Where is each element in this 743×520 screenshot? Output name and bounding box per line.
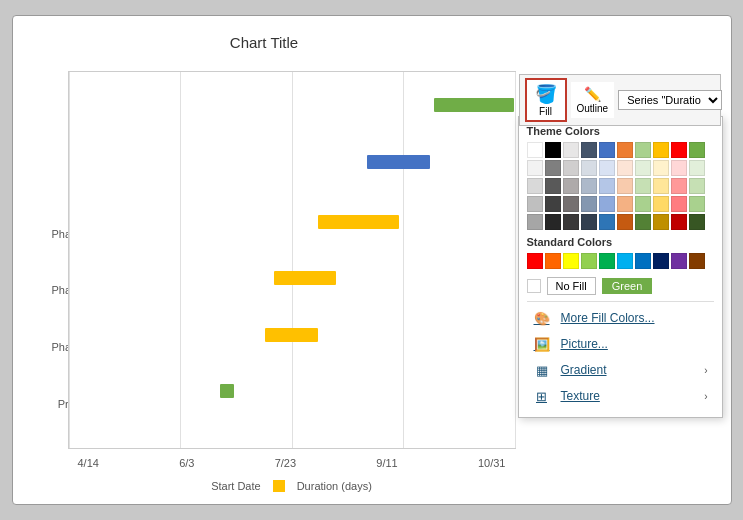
standard-color-cell[interactable]: [563, 253, 579, 269]
theme-color-cell[interactable]: [671, 178, 687, 194]
theme-color-cell[interactable]: [653, 196, 669, 212]
picture-icon: 🖼️: [531, 335, 553, 353]
theme-color-cell[interactable]: [527, 214, 543, 230]
standard-color-cell[interactable]: [689, 253, 705, 269]
standard-color-grid: [527, 253, 714, 269]
standard-color-cell[interactable]: [527, 253, 543, 269]
fill-button[interactable]: 🪣 Fill: [525, 78, 567, 122]
theme-color-cell[interactable]: [527, 142, 543, 158]
theme-color-cell[interactable]: [617, 142, 633, 158]
theme-color-cell[interactable]: [563, 142, 579, 158]
chart-title: Chart Title: [13, 34, 516, 51]
toolbar-row: 🪣 Fill ✏️ Outline Series "Duratio: [519, 74, 721, 126]
theme-color-cell[interactable]: [653, 160, 669, 176]
theme-color-cell[interactable]: [689, 196, 705, 212]
gantt-bar[interactable]: [220, 384, 233, 398]
theme-color-cell[interactable]: [581, 214, 597, 230]
standard-color-cell[interactable]: [635, 253, 651, 269]
series-select[interactable]: Series "Duratio: [618, 90, 722, 110]
theme-color-cell[interactable]: [689, 178, 705, 194]
theme-color-cell[interactable]: [617, 196, 633, 212]
theme-color-cell[interactable]: [653, 142, 669, 158]
standard-color-cell[interactable]: [671, 253, 687, 269]
theme-color-cell[interactable]: [527, 178, 543, 194]
green-badge-button[interactable]: Green: [602, 278, 653, 294]
legend-duration-box: [273, 480, 285, 492]
theme-color-cell[interactable]: [563, 214, 579, 230]
theme-color-cell[interactable]: [689, 214, 705, 230]
color-panel: Theme Colors Standard Colors No Fill Gre…: [518, 116, 723, 418]
theme-color-cell[interactable]: [599, 214, 615, 230]
theme-color-cell[interactable]: [671, 160, 687, 176]
x-label: 7/23: [275, 457, 296, 469]
theme-color-cell[interactable]: [671, 214, 687, 230]
theme-color-cell[interactable]: [599, 196, 615, 212]
theme-color-cell[interactable]: [635, 142, 651, 158]
theme-color-cell[interactable]: [563, 196, 579, 212]
gantt-bar[interactable]: [274, 271, 336, 285]
standard-color-cell[interactable]: [545, 253, 561, 269]
green-badge-label: Green: [612, 280, 643, 292]
gantt-bar[interactable]: [434, 98, 514, 112]
no-fill-checkbox[interactable]: [527, 279, 541, 293]
theme-color-cell[interactable]: [689, 160, 705, 176]
standard-color-cell[interactable]: [599, 253, 615, 269]
theme-color-cell[interactable]: [581, 178, 597, 194]
theme-color-cell[interactable]: [545, 178, 561, 194]
gradient-icon: ▦: [531, 361, 553, 379]
theme-color-cell[interactable]: [599, 142, 615, 158]
theme-color-cell[interactable]: [635, 178, 651, 194]
theme-color-cell[interactable]: [581, 160, 597, 176]
theme-color-grid: [527, 142, 714, 230]
no-fill-button[interactable]: No Fill: [547, 277, 596, 295]
theme-color-cell[interactable]: [563, 178, 579, 194]
x-label: 4/14: [78, 457, 99, 469]
standard-colors-title: Standard Colors: [527, 236, 714, 248]
gantt-bar[interactable]: [318, 215, 398, 229]
texture-icon: ⊞: [531, 387, 553, 405]
texture-label: Texture: [561, 389, 600, 403]
more-fill-colors-item[interactable]: 🎨 More Fill Colors...: [527, 305, 714, 331]
outline-icon: ✏️: [584, 86, 601, 102]
theme-color-cell[interactable]: [635, 214, 651, 230]
standard-color-cell[interactable]: [617, 253, 633, 269]
theme-color-cell[interactable]: [545, 160, 561, 176]
theme-color-cell[interactable]: [527, 196, 543, 212]
theme-color-cell[interactable]: [581, 196, 597, 212]
theme-color-cell[interactable]: [545, 214, 561, 230]
theme-color-cell[interactable]: [617, 178, 633, 194]
theme-color-cell[interactable]: [545, 142, 561, 158]
no-fill-label: No Fill: [556, 280, 587, 292]
theme-color-cell[interactable]: [581, 142, 597, 158]
texture-item[interactable]: ⊞ Texture ›: [527, 383, 714, 409]
theme-color-cell[interactable]: [653, 178, 669, 194]
main-window: Chart Title Delivery PhaseTesting PhaseP…: [12, 15, 732, 505]
x-label: 9/11: [376, 457, 397, 469]
theme-color-cell[interactable]: [599, 178, 615, 194]
theme-color-cell[interactable]: [689, 142, 705, 158]
theme-color-cell[interactable]: [671, 196, 687, 212]
theme-color-cell[interactable]: [671, 142, 687, 158]
gantt-bar[interactable]: [265, 328, 319, 342]
legend-start-date: Start Date: [211, 480, 261, 492]
theme-color-cell[interactable]: [635, 196, 651, 212]
gantt-bar[interactable]: [367, 155, 429, 169]
theme-color-cell[interactable]: [617, 160, 633, 176]
theme-color-cell[interactable]: [563, 160, 579, 176]
more-fill-label: More Fill Colors...: [561, 311, 655, 325]
standard-color-cell[interactable]: [581, 253, 597, 269]
theme-color-cell[interactable]: [653, 214, 669, 230]
theme-colors-title: Theme Colors: [527, 125, 714, 137]
outline-button[interactable]: ✏️ Outline: [571, 82, 615, 118]
x-axis-labels: 4/146/37/239/1110/31: [68, 457, 516, 469]
gradient-item[interactable]: ▦ Gradient ›: [527, 357, 714, 383]
theme-color-cell[interactable]: [527, 160, 543, 176]
standard-color-cell[interactable]: [653, 253, 669, 269]
theme-color-cell[interactable]: [599, 160, 615, 176]
theme-color-cell[interactable]: [545, 196, 561, 212]
theme-color-cell[interactable]: [617, 214, 633, 230]
fill-label: Fill: [539, 106, 552, 117]
picture-item[interactable]: 🖼️ Picture...: [527, 331, 714, 357]
theme-color-cell[interactable]: [635, 160, 651, 176]
fill-icon: 🪣: [535, 83, 557, 105]
